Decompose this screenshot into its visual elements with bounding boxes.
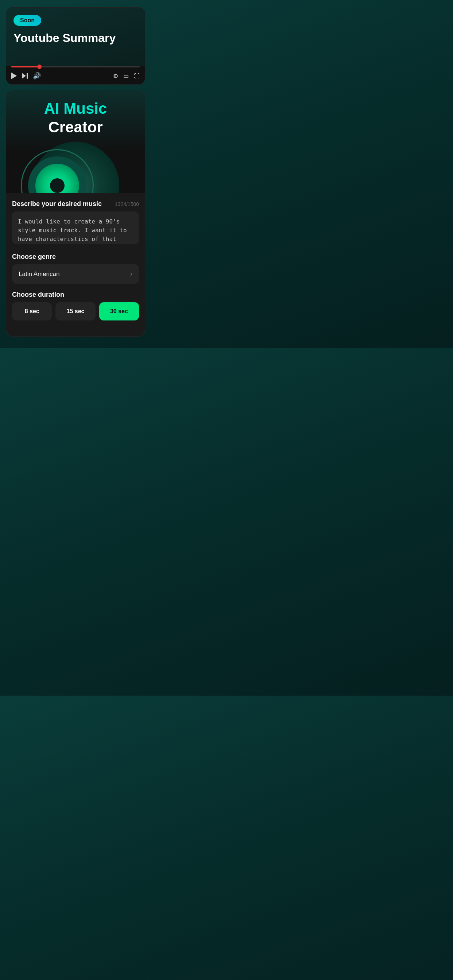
genre-label-row: Choose genre xyxy=(12,253,139,261)
music-card: AI Music Creator Describe your desired m… xyxy=(6,90,145,337)
genre-arrow-icon: › xyxy=(130,270,132,278)
progress-bar[interactable] xyxy=(11,66,140,67)
description-label: Describe your desired music xyxy=(12,200,102,208)
genre-value: Latin American xyxy=(19,270,59,278)
duration-row: 8 sec 15 sec 30 sec xyxy=(12,302,139,320)
progress-dot xyxy=(37,65,41,69)
duration-8sec[interactable]: 8 sec xyxy=(12,302,52,320)
genre-section: Choose genre Latin American › xyxy=(12,253,139,284)
char-count: 1324/1500 xyxy=(115,201,139,207)
video-card: Soon Youtube Summary 🔊 xyxy=(6,7,145,84)
duration-label: Choose duration xyxy=(12,291,64,299)
duration-label-row: Choose duration xyxy=(12,291,139,299)
description-section: Describe your desired music 1324/1500 I … xyxy=(12,200,139,246)
settings-icon[interactable] xyxy=(113,72,118,80)
volume-icon[interactable]: 🔊 xyxy=(33,72,41,80)
soon-badge: Soon xyxy=(13,15,41,26)
miniplayer-icon[interactable] xyxy=(123,72,129,80)
duration-15sec[interactable]: 15 sec xyxy=(56,302,95,320)
music-subtitle: Creator xyxy=(13,118,137,136)
music-header: AI Music Creator xyxy=(6,90,145,193)
video-controls: 🔊 xyxy=(6,66,145,84)
description-label-row: Describe your desired music 1324/1500 xyxy=(12,200,139,208)
music-title-ai: AI Music xyxy=(44,100,107,117)
fullscreen-icon[interactable] xyxy=(134,72,140,80)
description-textarea[interactable]: I would like to create a 90's style musi… xyxy=(12,212,139,244)
vinyl-outer xyxy=(32,142,119,193)
skip-next-icon[interactable] xyxy=(22,73,28,79)
progress-fill xyxy=(11,66,39,67)
vinyl-container xyxy=(13,142,137,193)
controls-left: 🔊 xyxy=(11,72,41,80)
video-content: Soon Youtube Summary xyxy=(6,8,145,66)
play-icon[interactable] xyxy=(11,73,17,79)
vinyl-center-hole xyxy=(50,178,65,193)
music-form: Describe your desired music 1324/1500 I … xyxy=(6,193,145,337)
genre-label: Choose genre xyxy=(12,253,56,261)
music-title: AI Music xyxy=(13,100,137,117)
controls-row: 🔊 xyxy=(11,72,140,80)
duration-section: Choose duration 8 sec 15 sec 30 sec xyxy=(12,291,139,320)
controls-right xyxy=(113,72,140,80)
vinyl-inner xyxy=(35,164,79,193)
genre-selector[interactable]: Latin American › xyxy=(12,264,139,284)
video-title: Youtube Summary xyxy=(13,31,137,45)
duration-30sec[interactable]: 30 sec xyxy=(99,302,139,320)
